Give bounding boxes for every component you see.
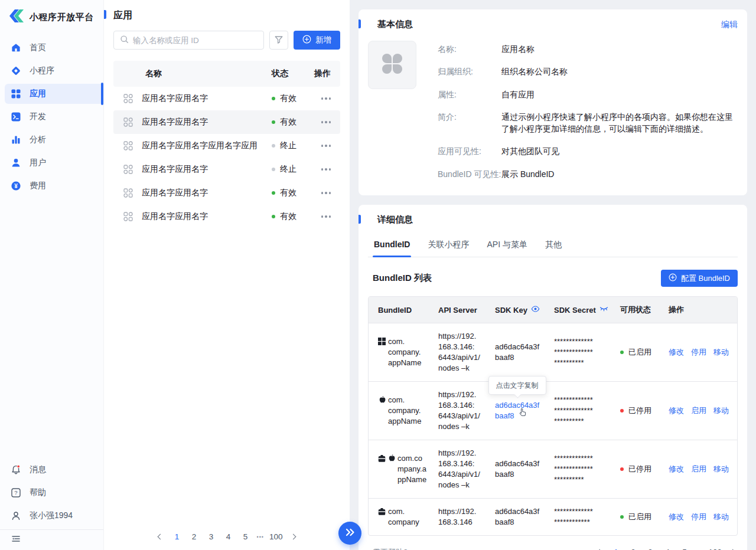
expand-panel-button[interactable] <box>338 522 361 545</box>
enable-link[interactable]: 启用 <box>691 464 706 474</box>
tab-linked-miniprograms[interactable]: 关联小程序 <box>426 237 470 257</box>
page-number[interactable]: 5 <box>679 546 690 550</box>
edit-link[interactable]: 编辑 <box>721 19 738 30</box>
need-help-link[interactable]: 需要帮助? <box>373 547 408 550</box>
double-chevron-right-icon <box>344 528 356 539</box>
sdk-key-value[interactable]: ad6dac64a3f baaf8 <box>485 506 545 528</box>
more-icon <box>321 189 331 197</box>
page-number-last[interactable]: 100 <box>708 546 722 550</box>
page-number[interactable]: 3 <box>206 531 217 542</box>
bundleid-row: com. company. appName https://192. 168.3… <box>369 323 737 381</box>
page-number[interactable]: 3 <box>644 546 656 550</box>
modify-link[interactable]: 修改 <box>669 464 684 474</box>
app-list-panel: 应用 新增 名称 状态 操作 应用名字应用名字 有效 <box>104 0 350 550</box>
add-button[interactable]: 新增 <box>294 31 340 50</box>
row-more-button[interactable] <box>309 95 331 102</box>
api-server-value: https://192. 168.3.146: 6443/api/v1/ nod… <box>429 448 485 490</box>
bundleid-value: com. company <box>388 506 419 528</box>
page-number[interactable]: 5 <box>240 531 252 542</box>
prev-page-button[interactable] <box>155 532 166 542</box>
sidebar-item-apps[interactable]: 应用 <box>5 84 103 104</box>
tab-other[interactable]: 其他 <box>544 237 563 257</box>
field-row: BundleID 可见性:展示 BundleID <box>438 168 738 180</box>
column-name: 名称 <box>123 68 272 79</box>
basic-info-card: 基本信息 编辑 名称:应用名称 归属组织:组织名称公司名称 属性:自有应用 简 <box>359 9 747 195</box>
detail-pagination: 1 2 3 4 5 ••• 100 <box>594 546 738 550</box>
sidebar-item-help[interactable]: ? 帮助 <box>5 483 103 503</box>
next-page-button[interactable] <box>727 547 738 550</box>
enable-link[interactable]: 启用 <box>691 405 706 416</box>
sidebar-item-users[interactable]: 用户 <box>5 153 103 173</box>
page-number[interactable]: 4 <box>223 531 234 542</box>
row-more-button[interactable] <box>309 142 331 149</box>
modify-link[interactable]: 修改 <box>669 347 684 358</box>
modify-link[interactable]: 修改 <box>669 512 684 522</box>
app-row[interactable]: 应用名字应用名字 终止 <box>113 158 340 181</box>
sidebar-item-home[interactable]: 首页 <box>5 38 103 58</box>
status-badge: 终止 <box>272 140 309 151</box>
row-more-button[interactable] <box>309 213 331 220</box>
eye-visible-icon[interactable] <box>531 305 540 315</box>
sidebar-item-billing[interactable]: ¥ 费用 <box>5 176 103 196</box>
app-logo[interactable]: 小程序开放平台 <box>0 0 103 33</box>
app-avatar <box>368 41 416 89</box>
tab-bundleid[interactable]: BundleID <box>373 237 411 257</box>
app-grid-icon <box>123 188 135 198</box>
search-box[interactable] <box>113 31 264 50</box>
config-bundleid-button[interactable]: 配置 BundleID <box>661 270 738 287</box>
sidebar-item-analytics[interactable]: 分析 <box>5 130 103 150</box>
sidebar-item-develop[interactable]: 开发 <box>5 107 103 127</box>
user-icon <box>11 510 21 521</box>
status-badge: 已停用 <box>620 464 659 474</box>
status-badge: 有效 <box>272 117 309 127</box>
bundleid-value: com. company. appName <box>388 395 421 427</box>
filter-button[interactable] <box>269 31 288 50</box>
page-number[interactable]: 1 <box>171 531 183 542</box>
disable-link[interactable]: 停用 <box>691 347 706 358</box>
app-row[interactable]: 应用名字应用名字 有效 <box>113 87 340 110</box>
field-value: 组织名称公司名称 <box>501 66 568 77</box>
status-badge: 有效 <box>272 93 309 104</box>
move-link[interactable]: 移动 <box>713 347 729 358</box>
page-number[interactable]: 2 <box>188 531 200 542</box>
plus-circle-icon <box>302 35 311 45</box>
status-badge: 已启用 <box>620 512 659 522</box>
app-row[interactable]: 应用名字应用名字应用名字应用 终止 <box>113 134 340 158</box>
api-server-value: https://192. 168.3.146: 6443/api/v1/ nod… <box>429 389 485 432</box>
eye-invisible-icon[interactable] <box>599 305 608 315</box>
move-link[interactable]: 移动 <box>713 464 729 474</box>
move-link[interactable]: 移动 <box>713 512 729 522</box>
next-page-button[interactable] <box>288 532 298 542</box>
page-ellipsis[interactable]: ••• <box>257 534 264 540</box>
status-badge: 已启用 <box>620 347 659 358</box>
page-number-last[interactable]: 100 <box>269 531 283 542</box>
row-more-button[interactable] <box>309 119 331 126</box>
modify-link[interactable]: 修改 <box>669 405 684 416</box>
column-status: 状态 <box>272 68 309 79</box>
sdk-key-value[interactable]: ad6dac64a3f baaf8 <box>485 459 545 480</box>
page-number[interactable]: 2 <box>627 546 639 550</box>
bell-icon <box>11 464 21 475</box>
toolbar: 新增 <box>113 31 340 50</box>
disable-link[interactable]: 停用 <box>691 512 706 522</box>
tab-api-menu[interactable]: API 与菜单 <box>485 237 528 257</box>
row-more-button[interactable] <box>309 189 331 197</box>
card-accent-bar <box>359 19 361 28</box>
sidebar-collapse-button[interactable] <box>0 530 103 550</box>
sdk-key-value-hovered[interactable]: ad6dac64a3f baaf8 <box>495 401 539 420</box>
app-row[interactable]: 应用名字应用名字 有效 <box>113 205 340 228</box>
search-input[interactable] <box>133 36 258 45</box>
sidebar-item-miniprogram[interactable]: 小程序 <box>5 61 103 81</box>
prev-page-button[interactable] <box>594 547 605 550</box>
row-more-button[interactable] <box>309 166 331 173</box>
copy-tooltip: 点击文字复制 <box>488 376 546 395</box>
more-icon <box>321 213 331 220</box>
sidebar-item-account[interactable]: 张小强1994 <box>5 506 103 526</box>
page-number[interactable]: 4 <box>662 546 673 550</box>
app-row[interactable]: 应用名字应用名字 有效 <box>113 181 340 205</box>
page-number[interactable]: 1 <box>610 546 622 550</box>
sdk-key-value[interactable]: ad6dac64a3f baaf8 <box>485 342 545 363</box>
app-row-selected[interactable]: 应用名字应用名字 有效 <box>113 110 340 134</box>
sidebar-item-messages[interactable]: 消息 <box>5 460 103 480</box>
move-link[interactable]: 移动 <box>713 405 729 416</box>
